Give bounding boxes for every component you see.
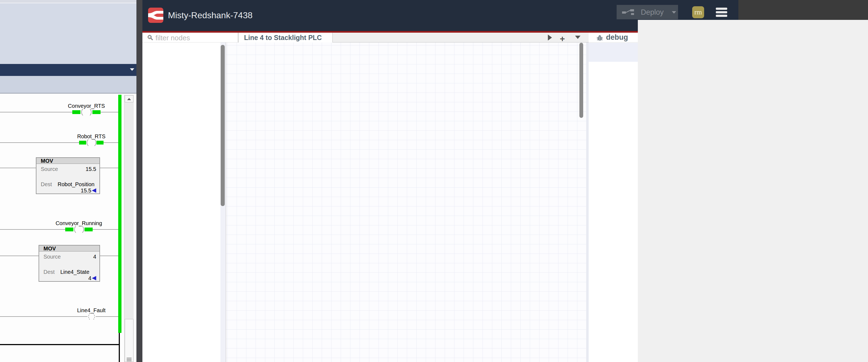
svg-text:Robot_RTS: Robot_RTS: [77, 133, 105, 140]
svg-text:Line4_Fault: Line4_Fault: [77, 307, 106, 313]
svg-text:Conveyor_Running: Conveyor_Running: [56, 220, 102, 226]
svg-text:Conveyor_RTS: Conveyor_RTS: [68, 103, 105, 109]
